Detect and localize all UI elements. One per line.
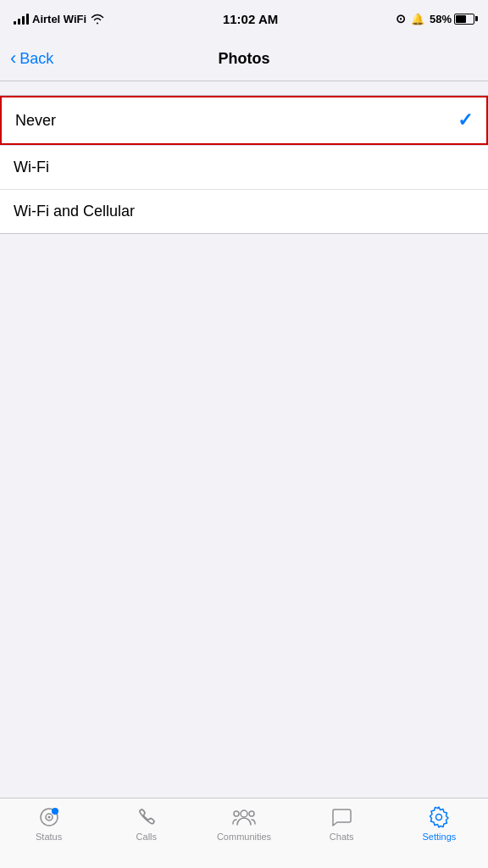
chats-tab-icon <box>330 805 353 829</box>
status-left: Airtel WiFi <box>14 13 105 25</box>
tab-settings[interactable]: Settings <box>391 805 488 842</box>
checkmark-icon: ✓ <box>458 109 473 131</box>
carrier-label: Airtel WiFi <box>32 13 86 25</box>
tab-calls[interactable]: Calls <box>97 805 195 842</box>
option-wifi[interactable]: Wi-Fi <box>0 145 488 189</box>
battery-fill <box>456 15 466 23</box>
back-button[interactable]: ‹ Back <box>10 50 53 68</box>
back-label: Back <box>19 50 53 68</box>
tab-communities-label: Communities <box>217 832 271 842</box>
communities-tab-icon <box>232 805 256 829</box>
settings-section: Never ✓ Wi-Fi Wi-Fi and Cellular <box>0 95 488 234</box>
option-wifi-cellular[interactable]: Wi-Fi and Cellular <box>0 189 488 233</box>
status-right: ⊙ 🔔 58% <box>396 12 474 25</box>
svg-point-5 <box>234 811 239 816</box>
page-title: Photos <box>219 50 270 68</box>
tab-bar: Status Calls Communities <box>0 798 488 868</box>
bell-icon: 🔔 <box>411 13 424 25</box>
option-never[interactable]: Never ✓ <box>2 97 486 143</box>
back-chevron-icon: ‹ <box>10 49 16 68</box>
svg-point-3 <box>52 808 58 815</box>
svg-point-2 <box>47 816 50 819</box>
tab-status[interactable]: Status <box>0 805 97 842</box>
option-wifi-label: Wi-Fi <box>14 159 49 176</box>
tab-settings-label: Settings <box>423 832 457 842</box>
nav-bar: ‹ Back Photos <box>0 37 488 81</box>
option-wifi-cellular-label: Wi-Fi and Cellular <box>14 203 135 220</box>
tab-communities[interactable]: Communities <box>195 805 292 842</box>
calls-tab-icon <box>135 805 158 829</box>
tab-chats-label: Chats <box>330 832 354 842</box>
alarm-icon: ⊙ <box>396 12 406 25</box>
signal-bars-icon <box>14 13 29 25</box>
status-tab-icon <box>37 805 61 829</box>
svg-point-7 <box>436 815 442 821</box>
status-bar: Airtel WiFi 11:02 AM ⊙ 🔔 58% <box>0 0 488 37</box>
svg-point-4 <box>241 810 247 817</box>
svg-point-6 <box>249 811 254 816</box>
tab-chats[interactable]: Chats <box>293 805 391 842</box>
content-area: Never ✓ Wi-Fi Wi-Fi and Cellular <box>0 95 488 234</box>
status-time: 11:02 AM <box>223 12 278 26</box>
battery-container: 58% <box>430 13 474 25</box>
tab-calls-label: Calls <box>136 832 157 842</box>
tab-status-label: Status <box>36 832 62 842</box>
wifi-icon <box>90 13 105 25</box>
option-never-label: Never <box>15 112 56 130</box>
battery-percent: 58% <box>430 13 452 25</box>
settings-tab-icon <box>427 805 451 829</box>
battery-icon <box>454 14 474 25</box>
